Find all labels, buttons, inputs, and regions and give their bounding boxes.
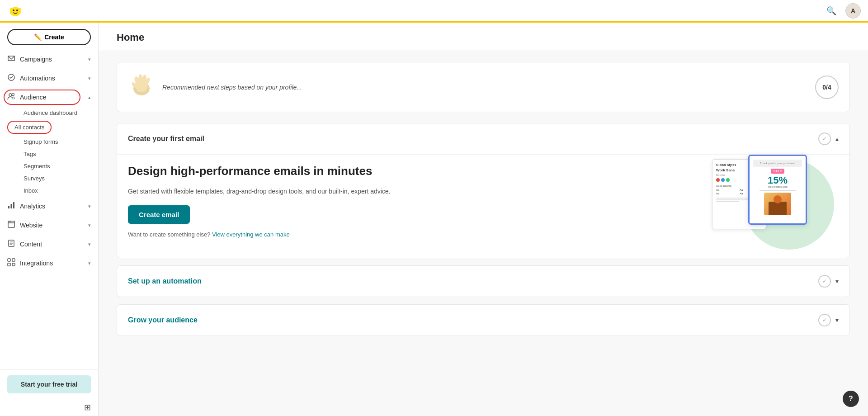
audience-chevron: ▴ (88, 95, 91, 100)
topbar-right: 🔍 A (825, 3, 861, 19)
setup-automation-chevron[interactable]: ▾ (835, 278, 839, 285)
create-email-check[interactable]: ✓ (818, 132, 831, 145)
create-email-chevron[interactable]: ▴ (835, 135, 839, 142)
svg-rect-19 (8, 263, 10, 266)
free-trial-button[interactable]: Start your free trial (7, 375, 91, 393)
svg-point-3 (16, 9, 18, 11)
svg-rect-13 (8, 222, 14, 223)
recommended-mascot-icon (128, 71, 155, 103)
svg-rect-10 (11, 204, 12, 208)
sidebar-item-automations[interactable]: Automations ▾ (0, 69, 98, 88)
product-image (764, 193, 791, 215)
recommended-bar: Recommended next steps based on your pro… (117, 62, 850, 112)
svg-point-14 (9, 222, 10, 222)
help-button[interactable]: ? (843, 391, 859, 407)
automations-label: Automations (20, 75, 84, 82)
integrations-label: Integrations (20, 260, 84, 267)
color-dot-blue (721, 178, 725, 182)
svg-point-4 (10, 8, 13, 11)
discount-text: 15% (768, 175, 788, 185)
sidebar-item-website[interactable]: Website ▾ (0, 216, 98, 235)
search-button[interactable]: 🔍 (825, 4, 838, 18)
app-body: ✏️ Create Campaigns ▾ Automations ▾ Audi (0, 23, 868, 416)
automations-chevron: ▾ (88, 76, 91, 81)
sidebar-item-audience-dashboard[interactable]: Audience dashboard (0, 107, 98, 119)
content-label: Content (20, 241, 84, 248)
svg-point-8 (12, 94, 14, 96)
page-title: Home (117, 32, 850, 43)
website-icon (7, 220, 15, 230)
svg-rect-20 (12, 263, 15, 266)
main-header: Home (99, 23, 868, 51)
mailchimp-logo (7, 3, 24, 19)
create-button[interactable]: ✏️ Create (7, 29, 91, 45)
sidebar-item-campaigns[interactable]: Campaigns ▾ (0, 50, 98, 69)
weeks-sale-text: This week's sale (768, 185, 788, 188)
grow-audience-header[interactable]: Grow your audience ✓ ▾ (117, 305, 849, 336)
section-heading: Design high-performance emails in minute… (128, 164, 694, 179)
sidebar-item-all-contacts[interactable]: All contacts (7, 121, 52, 134)
setup-automation-controls: ✓ ▾ (818, 275, 839, 288)
create-label: Create (44, 33, 64, 41)
main-content: Home (99, 23, 868, 416)
sidebar-item-audience[interactable]: Audience ▴ (0, 88, 98, 107)
panel-toggle-icon[interactable]: ⊞ (84, 402, 91, 412)
section-content-grid: Design high-performance emails in minute… (128, 155, 839, 245)
color-dot-green (726, 178, 730, 182)
email-preview-illustration: Global Styles Work Sans Roboto Color pal… (712, 155, 839, 245)
view-everything-link[interactable]: View everything we can make (212, 231, 290, 238)
preview-card-front: Thank you for your purchase! SALE 15% Th… (748, 155, 807, 225)
avatar[interactable]: A (845, 3, 861, 19)
svg-point-7 (9, 94, 12, 96)
integrations-chevron: ▾ (88, 260, 91, 266)
setup-automation-header[interactable]: Set up an automation ✓ ▾ (117, 266, 849, 297)
sidebar-item-integrations[interactable]: Integrations ▾ (0, 254, 98, 273)
pencil-icon: ✏️ (34, 33, 42, 41)
grow-audience-chevron[interactable]: ▾ (835, 317, 839, 324)
create-email-header[interactable]: Create your first email ✓ ▴ (117, 123, 849, 154)
automations-icon (7, 73, 15, 83)
sidebar-item-signup-forms[interactable]: Signup forms (0, 136, 98, 148)
setup-automation-title[interactable]: Set up an automation (128, 277, 202, 285)
sidebar-item-analytics[interactable]: Analytics ▾ (0, 197, 98, 216)
website-label: Website (20, 222, 84, 229)
create-email-body: Design high-performance emails in minute… (117, 154, 849, 258)
section-text: Design high-performance emails in minute… (128, 155, 694, 238)
content-icon (7, 239, 15, 249)
svg-point-2 (13, 9, 14, 11)
color-dot-red (716, 178, 720, 182)
campaigns-label: Campaigns (20, 56, 84, 63)
sidebar-item-inbox[interactable]: Inbox (0, 184, 98, 197)
svg-rect-11 (13, 202, 14, 208)
audience-icon (7, 92, 15, 102)
topbar: 🔍 A (0, 0, 868, 23)
sidebar-bottom: Start your free trial (0, 369, 98, 399)
create-email-button[interactable]: Create email (128, 205, 190, 224)
recommended-left: Recommended next steps based on your pro… (128, 71, 302, 103)
sidebar-item-content[interactable]: Content ▾ (0, 235, 98, 254)
setup-automation-section: Set up an automation ✓ ▾ (117, 265, 850, 297)
view-everything: Want to create something else? View ever… (128, 231, 694, 238)
svg-point-5 (18, 8, 21, 11)
audience-label: Audience (20, 94, 84, 101)
grow-audience-controls: ✓ ▾ (818, 314, 839, 326)
section-description: Get started with flexible templates, dra… (128, 186, 694, 196)
progress-circle: 0/4 (815, 76, 839, 99)
grow-audience-title[interactable]: Grow your audience (128, 316, 198, 324)
sidebar-item-all-contacts-wrapper: All contacts (0, 119, 98, 136)
sidebar-item-surveys[interactable]: Surveys (0, 172, 98, 184)
integrations-icon (7, 258, 15, 268)
sidebar-item-tags[interactable]: Tags (0, 148, 98, 160)
analytics-label: Analytics (20, 203, 84, 210)
section-controls: ✓ ▴ (818, 132, 839, 145)
svg-rect-17 (8, 259, 10, 261)
setup-automation-check[interactable]: ✓ (818, 275, 831, 288)
sidebar: ✏️ Create Campaigns ▾ Automations ▾ Audi (0, 23, 99, 416)
campaigns-icon (7, 54, 15, 64)
content-chevron: ▾ (88, 241, 91, 247)
grow-audience-check[interactable]: ✓ (818, 314, 831, 326)
sidebar-item-segments[interactable]: Segments (0, 160, 98, 172)
main-body: Recommended next steps based on your pro… (99, 51, 868, 354)
analytics-chevron: ▾ (88, 203, 91, 209)
topbar-left (7, 3, 24, 19)
